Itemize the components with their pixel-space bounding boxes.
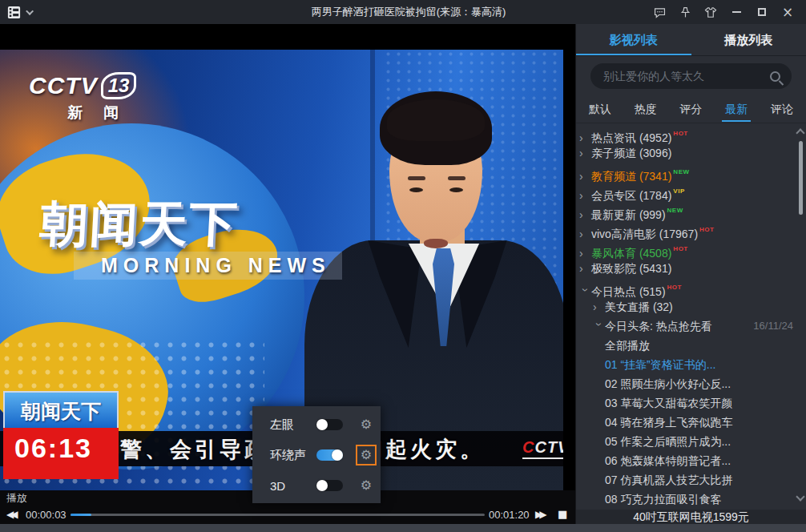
- surround-settings-button[interactable]: ⚙: [356, 445, 377, 466]
- filter-heat[interactable]: 热度: [633, 98, 659, 122]
- scrollbar-up-button[interactable]: [796, 128, 804, 135]
- list-item[interactable]: ›今日热点 (515)HOT: [576, 278, 798, 297]
- seek-bar[interactable]: [71, 514, 485, 516]
- list-item-label: 03 草莓大又甜莓农笑开颜: [605, 397, 732, 409]
- gear-icon: ⚙: [361, 418, 372, 431]
- list-item[interactable]: 03 草莓大又甜莓农笑开颜: [576, 393, 798, 413]
- list-item[interactable]: ›会员专区 (1784)VIP: [576, 182, 798, 201]
- list-item[interactable]: 全部播放: [576, 336, 798, 355]
- program-title: 朝闻天下: [38, 192, 240, 257]
- corner-badge-time: 06:13: [3, 428, 119, 479]
- stop-button[interactable]: ■: [558, 508, 567, 520]
- scrollbar-down-button[interactable]: [796, 494, 804, 501]
- pin-button[interactable]: [675, 2, 695, 22]
- setting-row-left-eye: 左眼 ⚙: [252, 409, 381, 440]
- list-item[interactable]: ›教育频道 (7341)NEW: [576, 163, 798, 182]
- badge-hot: HOT: [667, 284, 682, 291]
- list-item-label: 最新更新 (999): [591, 208, 666, 221]
- maximize-button[interactable]: [752, 2, 772, 22]
- list-item[interactable]: 07 仿真机器人技艺大比拼: [576, 470, 798, 490]
- film-icon: [6, 5, 22, 20]
- list-item-label: 06 炮轰媒体特朗普记者...: [605, 454, 731, 467]
- list-item[interactable]: 08 巧克力拉面吸引食客: [576, 490, 798, 509]
- list-item[interactable]: ›美女直播 (32): [576, 297, 798, 316]
- list-item[interactable]: 06 炮轰媒体特朗普记者...: [576, 451, 798, 470]
- list-item[interactable]: 05 作案之后晒照片成为...: [576, 432, 798, 451]
- gear-icon: ⚙: [361, 479, 372, 492]
- close-icon: ×: [782, 6, 793, 19]
- left-eye-toggle[interactable]: [316, 419, 343, 430]
- search-input[interactable]: [590, 63, 792, 89]
- list-item[interactable]: ›暴风体育 (4508)HOT: [576, 240, 798, 259]
- settings-popup: 左眼 ⚙ 环绕声 ⚙ 3D ⚙: [252, 406, 381, 503]
- badge-hot: HOT: [673, 245, 687, 252]
- list-item-label: 01 “挂靠”资格证书的...: [605, 358, 715, 371]
- list-item[interactable]: ›亲子频道 (3096): [576, 143, 798, 163]
- list-item[interactable]: 02 照顾生病小伙好心反...: [576, 374, 798, 393]
- badge-hot: HOT: [673, 130, 687, 137]
- badge-vip: VIP: [673, 187, 684, 195]
- search-icon[interactable]: [770, 71, 780, 82]
- tab-play-list[interactable]: 播放列表: [691, 24, 806, 55]
- list-item-label: 会员专区 (1784): [591, 189, 671, 202]
- program-corner-badge: 朝闻天下 06:13: [3, 391, 119, 479]
- list-item-label: 教育频道 (7341): [591, 170, 671, 183]
- gear-icon: ⚙: [361, 449, 372, 461]
- maximize-icon: [758, 8, 766, 16]
- list-item[interactable]: ›极致影院 (5431): [576, 259, 798, 278]
- filter-default[interactable]: 默认: [587, 98, 613, 122]
- app-window: 两男子醉酒打砸医院被拘留(来源：暴高清) ×: [0, 0, 806, 532]
- tab-video-list[interactable]: 影视列表: [576, 24, 691, 55]
- list-item-label: 05 作案之后晒照片成为...: [605, 435, 731, 448]
- chevron-right-icon: ›: [579, 259, 591, 278]
- status-label: 播放: [6, 491, 27, 506]
- shirt-icon: [703, 6, 718, 19]
- setting-label: 左眼: [270, 417, 316, 433]
- badge-hot: HOT: [699, 226, 714, 233]
- badge-new: NEW: [673, 168, 689, 175]
- 3d-settings-button[interactable]: ⚙: [356, 475, 377, 496]
- list-item[interactable]: ›vivo高清电影 (17967)HOT: [576, 220, 798, 240]
- scrollbar-thumb[interactable]: [799, 141, 803, 215]
- list-item-label: 暴风体育 (4508): [591, 247, 671, 260]
- setting-label: 3D: [270, 479, 316, 493]
- list-item[interactable]: 01 “挂靠”资格证书的...: [576, 355, 798, 374]
- list-item-label: vivo高清电影 (17967): [591, 228, 698, 240]
- window-title: 两男子醉酒打砸医院被拘留(来源：暴高清): [168, 5, 649, 19]
- list-item-date: 16/11/24: [753, 316, 793, 336]
- pin-icon: [679, 6, 692, 19]
- ad-banner[interactable]: 40吋互联网电视1599元: [576, 510, 806, 524]
- list-item[interactable]: ›今日头条: 热点抢先看16/11/24: [576, 316, 798, 336]
- filter-rating[interactable]: 评分: [679, 98, 704, 122]
- title-bar: 两男子醉酒打砸医院被拘留(来源：暴高清) ×: [0, 0, 806, 24]
- skin-button[interactable]: [700, 2, 721, 22]
- minimize-button[interactable]: [726, 2, 747, 22]
- setting-row-3d: 3D ⚙: [252, 470, 381, 501]
- list-item[interactable]: ›最新更新 (999)NEW: [576, 201, 798, 220]
- setting-label: 环绕声: [270, 448, 316, 463]
- filter-comments[interactable]: 评论: [769, 98, 795, 122]
- close-button[interactable]: ×: [777, 2, 798, 22]
- corner-badge-title: 朝闻天下: [3, 391, 119, 428]
- chevron-right-icon: ›: [579, 143, 591, 163]
- main-menu-button[interactable]: [6, 5, 34, 20]
- bottom-strip: [0, 524, 806, 532]
- rewind-button[interactable]: ◀◀: [6, 509, 14, 520]
- list-item[interactable]: 04 骑在猪身上飞奔似跑车: [576, 413, 798, 432]
- surround-toggle[interactable]: [316, 449, 343, 461]
- channel-list: ›热点资讯 (4952)HOT›亲子频道 (3096)›教育频道 (7341)N…: [576, 124, 798, 510]
- sidebar-tabs: 影视列表 播放列表: [576, 24, 806, 56]
- list-item-label: 亲子频道 (3096): [591, 147, 671, 159]
- left-eye-settings-button[interactable]: ⚙: [356, 414, 377, 435]
- chevron-right-icon: ›: [593, 297, 605, 316]
- 3d-toggle[interactable]: [316, 480, 343, 491]
- list-item[interactable]: ›热点资讯 (4952)HOT: [576, 124, 798, 143]
- feedback-button[interactable]: [649, 2, 670, 22]
- filter-newest[interactable]: 最新: [723, 98, 749, 122]
- ticker-text-left: 警、会引导疏: [120, 435, 269, 464]
- sidebar: 影视列表 播放列表 默认 热度 评分 最新 评论 ›热点资讯 (4952)HOT…: [575, 24, 806, 524]
- list-item-label: 热点资讯 (4952): [591, 131, 671, 144]
- list-item-label: 07 仿真机器人技艺大比拼: [605, 474, 732, 486]
- fast-forward-button[interactable]: ▶▶: [535, 509, 543, 520]
- list-item-label: 08 巧克力拉面吸引食客: [605, 493, 721, 506]
